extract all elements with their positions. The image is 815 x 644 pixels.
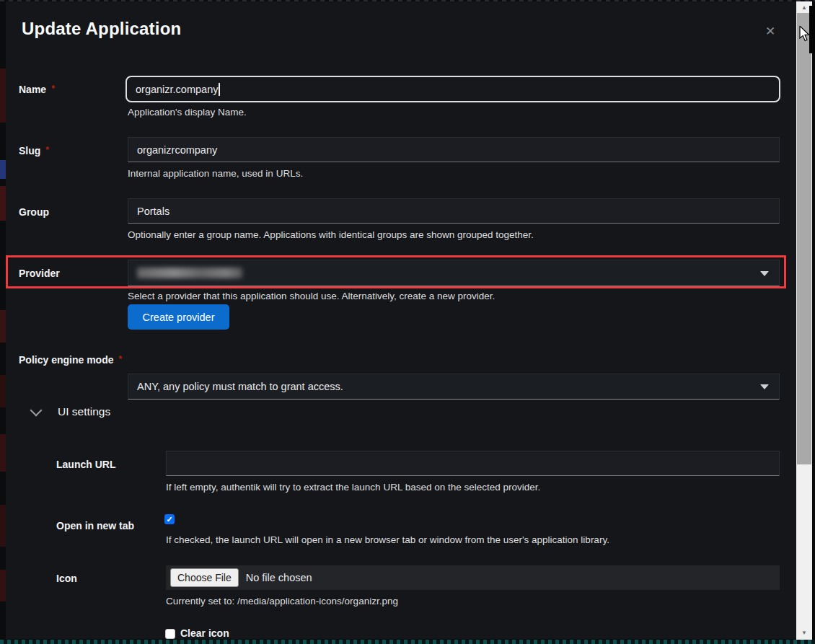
launch-url-label: Launch URL: [56, 459, 115, 470]
background-fragment: [0, 160, 6, 179]
name-label: Name*: [19, 84, 55, 95]
chevron-down-icon: [30, 404, 43, 416]
name-input[interactable]: organizr.company: [125, 76, 780, 102]
policy-engine-mode-select[interactable]: ANY, any policy must match to grant acce…: [128, 374, 780, 400]
open-in-new-tab-help-text: If checked, the launch URL will open in …: [166, 534, 609, 545]
clear-icon-checkbox[interactable]: [165, 629, 175, 639]
icon-help-text: Currently set to: /media/application-ico…: [166, 596, 398, 606]
background-fragment: [0, 69, 6, 123]
icon-label: Icon: [56, 573, 77, 584]
required-marker: *: [118, 354, 122, 364]
launch-url-help-text: If left empty, authentik will try to ext…: [166, 482, 540, 493]
clear-icon-label: Clear icon: [180, 627, 229, 639]
check-icon: ✓: [166, 516, 172, 524]
slug-help-text: Internal application name, used in URLs.: [128, 168, 303, 179]
policy-engine-mode-value: ANY, any policy must match to grant acce…: [137, 381, 343, 392]
selection-dash-border-top: [0, 0, 815, 1]
scrollbar-thumb[interactable]: [797, 13, 811, 464]
selection-dash-border-bottom: [0, 640, 815, 644]
page-title: Update Application: [22, 19, 181, 39]
close-icon[interactable]: ✕: [761, 22, 780, 40]
background-fragment: [0, 186, 6, 221]
group-help-text: Optionally enter a group name. Applicati…: [128, 229, 534, 240]
scroll-down-icon: ▼: [801, 630, 807, 636]
text-caret: [219, 83, 220, 96]
scroll-up-icon: ▲: [801, 4, 807, 11]
chevron-down-icon: [760, 384, 769, 389]
slug-input[interactable]: organizrcompany: [128, 137, 780, 162]
required-marker: *: [45, 145, 49, 155]
right-edge-strip: [812, 0, 815, 644]
group-label: Group: [19, 206, 49, 218]
provider-help-text: Select a provider that this application …: [128, 291, 495, 301]
background-fragment: [0, 375, 6, 407]
name-help-text: Application's display Name.: [128, 107, 247, 118]
group-input-value: Portals: [137, 206, 169, 217]
required-marker: *: [51, 84, 55, 94]
background-fragment: [0, 505, 6, 547]
name-input-value: organizr.company: [136, 84, 218, 95]
open-in-new-tab-checkbox[interactable]: ✓: [164, 514, 175, 524]
slug-input-value: organizrcompany: [137, 144, 217, 156]
background-page-strip: [0, 0, 6, 644]
ui-settings-header: UI settings: [58, 405, 110, 418]
launch-url-input[interactable]: [166, 451, 780, 476]
provider-select[interactable]: [128, 260, 780, 286]
ui-settings-section-toggle[interactable]: UI settings: [32, 403, 248, 420]
open-in-new-tab-label: Open in new tab: [56, 520, 134, 531]
policy-engine-mode-label: Policy engine mode*: [19, 354, 122, 366]
update-application-modal: Update Application ✕ Name* organizr.comp…: [6, 1, 796, 639]
mouse-cursor: [799, 26, 811, 45]
provider-redacted-value: [137, 268, 242, 278]
icon-file-input[interactable]: Choose File No file chosen: [166, 565, 780, 590]
choose-file-button[interactable]: Choose File: [170, 568, 239, 587]
group-input[interactable]: Portals: [128, 198, 780, 224]
background-fragment: [0, 434, 6, 472]
background-fragment: [0, 570, 6, 601]
create-provider-button[interactable]: Create provider: [128, 304, 229, 330]
scrollbar-down-arrow[interactable]: ▼: [796, 627, 812, 638]
provider-label: Provider: [19, 268, 60, 279]
slug-label: Slug*: [19, 145, 49, 156]
background-fragment: [0, 310, 6, 343]
chevron-down-icon: [760, 271, 769, 276]
file-status-text: No file chosen: [246, 572, 312, 583]
